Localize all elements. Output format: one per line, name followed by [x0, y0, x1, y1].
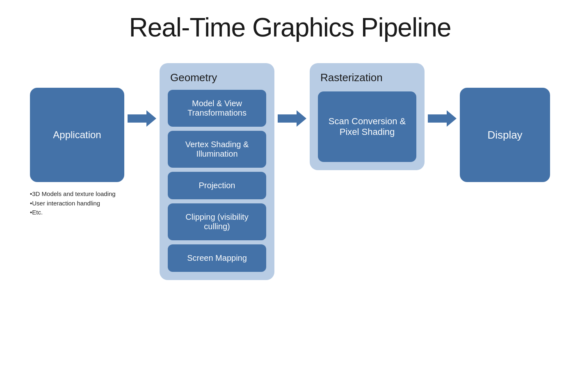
stage-vertex-shading: Vertex Shading & Illumination	[168, 131, 266, 168]
arrow-3	[428, 108, 457, 129]
arrow-2	[278, 108, 306, 129]
geometry-group: Geometry Model & View Transformations Ve…	[160, 63, 274, 280]
svg-marker-0	[128, 110, 156, 127]
arrow-1	[128, 108, 156, 129]
application-notes: •3D Models and texture loading •User int…	[30, 189, 116, 217]
display-section: Display	[460, 88, 550, 182]
display-box: Display	[460, 88, 550, 182]
page-title: Real-Time Graphics Pipeline	[0, 0, 580, 59]
stage-screen-mapping: Screen Mapping	[168, 244, 266, 272]
app-note-2: •User interaction handling	[30, 199, 116, 208]
stage-clipping: Clipping (visibility culling)	[168, 203, 266, 240]
svg-marker-2	[428, 110, 457, 127]
stage-model-view: Model & View Transformations	[168, 90, 266, 127]
rasterization-label: Rasterization	[317, 71, 383, 84]
application-box: Application	[30, 88, 124, 182]
svg-marker-1	[278, 110, 306, 127]
app-note-1: •3D Models and texture loading	[30, 189, 116, 199]
scan-conversion-box: Scan Conversion & Pixel Shading	[318, 91, 416, 162]
display-label: Display	[487, 129, 522, 141]
geometry-label: Geometry	[167, 71, 217, 84]
stage-projection: Projection	[168, 172, 266, 199]
application-label: Application	[53, 129, 101, 141]
pipeline-container: Application •3D Models and texture loadi…	[0, 63, 580, 280]
app-note-3: •Etc.	[30, 208, 116, 217]
rasterization-group: Rasterization Scan Conversion & Pixel Sh…	[310, 63, 425, 170]
application-section: Application •3D Models and texture loadi…	[30, 88, 124, 217]
